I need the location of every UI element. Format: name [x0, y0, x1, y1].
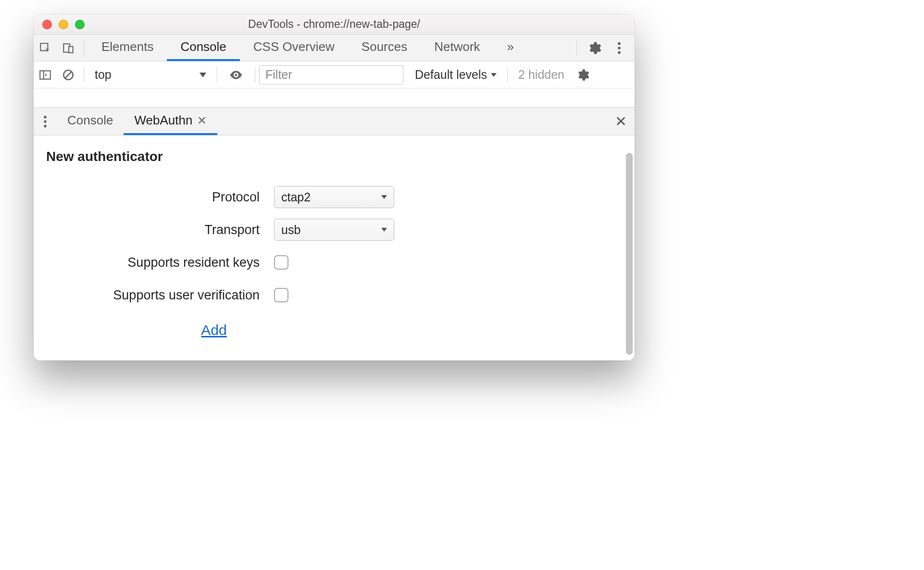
svg-point-7: [235, 74, 237, 76]
protocol-value: ctap2: [281, 190, 311, 204]
context-value: top: [95, 68, 112, 82]
window-title: DevTools - chrome://new-tab-page/: [34, 18, 635, 31]
tab-console[interactable]: Console: [167, 35, 239, 61]
execution-context-select[interactable]: top: [88, 66, 213, 84]
console-toolbar: top Default levels 2 hidden: [34, 62, 635, 88]
tab-label: CSS Overview: [253, 39, 335, 54]
console-filter-input[interactable]: [259, 65, 403, 85]
console-output: [34, 88, 635, 108]
main-tabs: Elements Console CSS Overview Sources Ne…: [88, 35, 527, 61]
levels-label: Default levels: [415, 68, 487, 82]
separator: [255, 67, 255, 83]
separator: [84, 67, 84, 83]
svg-point-3: [618, 47, 621, 50]
protocol-label: Protocol: [34, 190, 274, 205]
devtools-window: DevTools - chrome://new-tab-page/ Elemen…: [34, 14, 635, 360]
minimize-window-button[interactable]: [59, 20, 68, 29]
tab-network[interactable]: Network: [421, 35, 493, 61]
svg-rect-1: [69, 46, 73, 52]
tab-label: Console: [180, 39, 226, 54]
transport-select[interactable]: usb: [274, 219, 394, 241]
close-tab-icon[interactable]: ✕: [197, 114, 207, 127]
drawer-tab-console[interactable]: Console: [57, 108, 124, 135]
transport-value: usb: [281, 223, 300, 237]
transport-label: Transport: [34, 223, 274, 237]
protocol-select[interactable]: ctap2: [274, 186, 394, 208]
traffic-lights: [42, 20, 85, 29]
webauthn-panel: New authenticator Protocol ctap2 Transpo…: [34, 136, 635, 360]
tab-label: Elements: [101, 39, 153, 54]
svg-point-9: [44, 120, 47, 123]
hidden-messages-count[interactable]: 2 hidden: [518, 68, 564, 82]
device-toggle-icon[interactable]: [57, 42, 80, 54]
log-levels-select[interactable]: Default levels: [415, 68, 497, 82]
separator: [507, 67, 508, 83]
user-verification-label: Supports user verification: [34, 288, 274, 303]
resident-keys-checkbox[interactable]: [274, 255, 288, 270]
titlebar: DevTools - chrome://new-tab-page/: [34, 14, 635, 35]
chevron-down-icon: [381, 195, 387, 199]
live-expression-icon[interactable]: [229, 68, 243, 82]
drawer-tab-label: Console: [67, 113, 113, 128]
inspect-element-icon[interactable]: [34, 42, 57, 54]
settings-gear-icon[interactable]: [583, 41, 606, 55]
panel-section-title: New authenticator: [34, 136, 635, 164]
tab-label: Sources: [362, 39, 407, 54]
new-authenticator-form: Protocol ctap2 Transport usb Supports re…: [34, 181, 635, 311]
chevron-down-icon: [381, 228, 387, 232]
tab-css-overview[interactable]: CSS Overview: [240, 35, 348, 61]
drawer-more-icon[interactable]: [34, 115, 57, 128]
main-tabbar: Elements Console CSS Overview Sources Ne…: [34, 35, 635, 62]
clear-console-icon[interactable]: [57, 69, 80, 81]
svg-point-10: [44, 124, 47, 127]
tab-elements[interactable]: Elements: [88, 35, 167, 61]
scrollbar-thumb[interactable]: [626, 153, 633, 355]
separator: [84, 40, 84, 56]
svg-point-8: [44, 115, 47, 118]
user-verification-checkbox[interactable]: [274, 288, 288, 302]
drawer-tab-label: WebAuthn: [134, 113, 192, 128]
tab-sources[interactable]: Sources: [348, 35, 421, 61]
close-window-button[interactable]: [42, 20, 52, 29]
tabs-overflow[interactable]: »: [494, 35, 527, 61]
tab-label: Network: [434, 39, 480, 54]
resident-keys-label: Supports resident keys: [34, 255, 274, 270]
separator: [576, 40, 577, 56]
drawer-tab-webauthn[interactable]: WebAuthn ✕: [124, 108, 217, 135]
chevron-down-icon: [200, 73, 206, 77]
overflow-label: »: [507, 39, 514, 54]
separator: [217, 67, 217, 83]
svg-point-2: [618, 42, 621, 45]
svg-point-4: [618, 51, 621, 54]
console-sidebar-toggle-icon[interactable]: [34, 69, 57, 81]
add-authenticator-button[interactable]: Add: [34, 322, 394, 338]
close-drawer-icon[interactable]: ✕: [615, 113, 627, 130]
console-settings-gear-icon[interactable]: [571, 68, 594, 82]
chevron-down-icon: [491, 73, 497, 77]
more-menu-icon[interactable]: [608, 41, 631, 55]
zoom-window-button[interactable]: [75, 20, 85, 29]
drawer-tabstrip: Console WebAuthn ✕ ✕: [34, 108, 635, 136]
